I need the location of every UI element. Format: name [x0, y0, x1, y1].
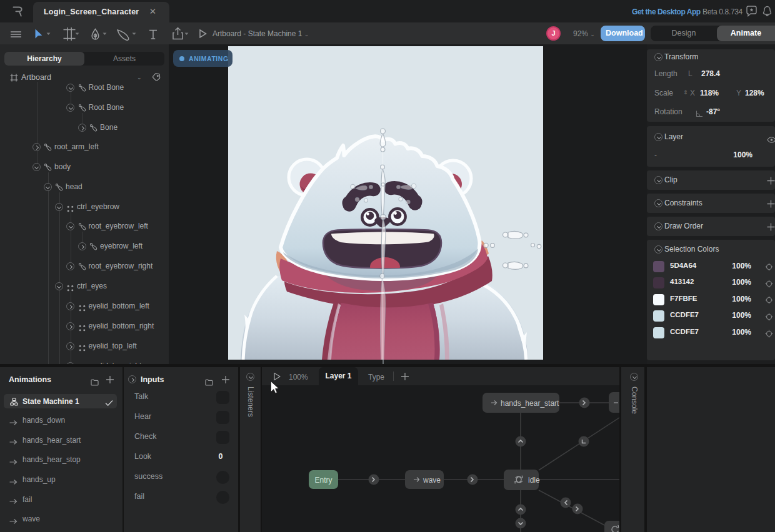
svg-text:hands_hear_start: hands_hear_start [501, 399, 559, 408]
svg-text:idle: idle [528, 476, 540, 485]
svg-text:Entry: Entry [314, 476, 332, 485]
svg-text:wave: wave [422, 476, 441, 485]
